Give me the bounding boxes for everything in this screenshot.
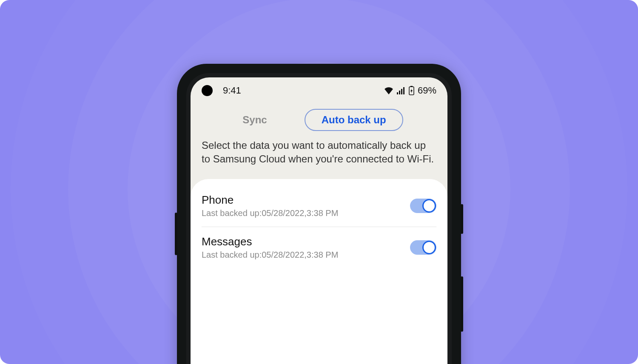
list-item-text: Messages Last backed up:05/28/2022,3:38 …: [202, 235, 338, 260]
list-item-subtitle: Last backed up:05/28/2022,3:38 PM: [202, 250, 338, 260]
phone-bezel: 9:41: [186, 73, 452, 364]
toggle-phone[interactable]: [410, 199, 436, 213]
list-item-title: Phone: [202, 193, 338, 207]
list-item-phone[interactable]: Phone Last backed up:05/28/2022,3:38 PM: [191, 185, 447, 227]
camera-hole: [202, 85, 213, 96]
description-text: Select the data you want to automaticall…: [191, 135, 447, 179]
tabs: Sync Auto back up: [191, 104, 447, 135]
backup-list-panel: Phone Last backed up:05/28/2022,3:38 PM …: [191, 179, 447, 364]
list-item-title: Messages: [202, 235, 338, 248]
phone-screen: 9:41: [191, 77, 447, 364]
status-time: 9:41: [223, 85, 241, 96]
toggle-messages[interactable]: [410, 240, 436, 255]
toggle-knob: [422, 199, 436, 213]
status-bar: 9:41: [191, 77, 447, 104]
svg-rect-1: [399, 91, 400, 94]
battery-icon: [409, 86, 414, 95]
tab-sync[interactable]: Sync: [235, 110, 274, 130]
list-item-subtitle: Last backed up:05/28/2022,3:38 PM: [202, 208, 338, 218]
svg-rect-0: [397, 92, 398, 94]
list-item-messages[interactable]: Messages Last backed up:05/28/2022,3:38 …: [191, 227, 447, 268]
svg-rect-2: [401, 89, 402, 94]
phone-frame: 9:41: [177, 64, 461, 364]
canvas: 9:41: [0, 0, 638, 364]
phone-side-button-right-bottom: [461, 276, 463, 332]
background-card: 9:41: [0, 0, 638, 364]
battery-percent: 69%: [418, 85, 436, 96]
phone-side-button-left: [175, 213, 177, 255]
phone-side-button-right-top: [461, 204, 463, 234]
wifi-icon: [384, 87, 393, 94]
list-item-text: Phone Last backed up:05/28/2022,3:38 PM: [202, 193, 338, 218]
status-right: 69%: [384, 85, 436, 96]
toggle-knob: [422, 241, 436, 254]
signal-icon: [397, 87, 405, 94]
tab-auto-back-up[interactable]: Auto back up: [305, 109, 403, 131]
svg-rect-3: [403, 87, 404, 94]
